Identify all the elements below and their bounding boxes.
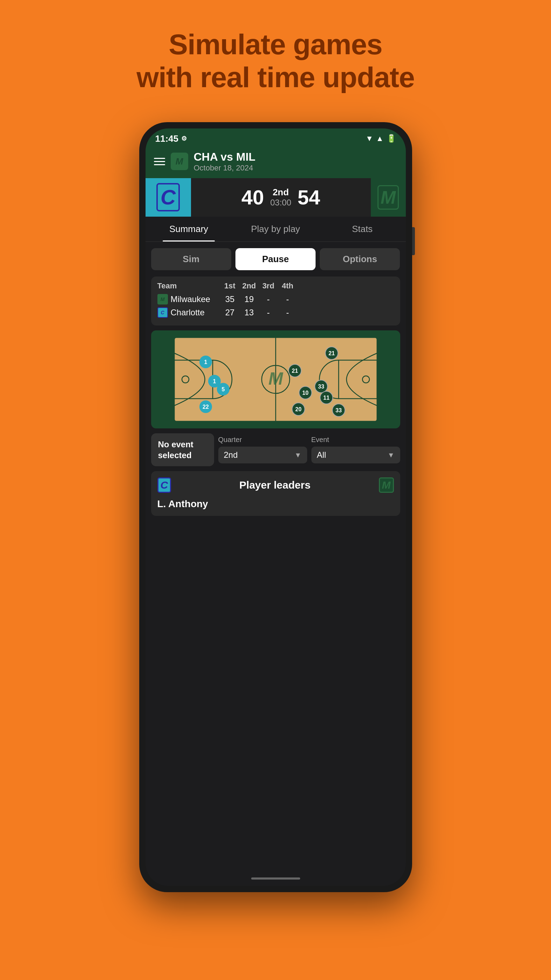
no-event-box: No event selected	[151, 433, 214, 466]
match-date: October 18, 2024	[194, 164, 256, 173]
score-time: 03:00	[270, 198, 291, 208]
phone-screen: 11:45 ⚙ ▼ ▲ 🔋 M CHA vs MIL October 18, 2…	[146, 129, 406, 886]
no-event-text: No event selected	[158, 439, 207, 461]
status-bar: 11:45 ⚙ ▼ ▲ 🔋	[146, 129, 406, 147]
controls-row: Sim Pause Options	[146, 242, 406, 277]
sim-button[interactable]: Sim	[151, 248, 231, 270]
team-b-letter: M	[378, 185, 399, 210]
match-info: CHA vs MIL October 18, 2024	[194, 151, 256, 173]
header-team-logo: M	[171, 153, 188, 170]
score-middle: 40 2nd 03:00 54	[191, 178, 371, 216]
tab-play-by-play[interactable]: Play by play	[232, 216, 319, 242]
event-filter: Event All ▼	[311, 436, 400, 463]
tab-stats[interactable]: Stats	[319, 216, 406, 242]
options-button[interactable]: Options	[320, 248, 400, 270]
quarter-label: Quarter	[218, 436, 307, 444]
home-indicator	[146, 874, 406, 886]
svg-text:10: 10	[302, 390, 308, 396]
team-b-score: 54	[298, 186, 321, 209]
team-a-score: 40	[241, 186, 264, 209]
score-center: 2nd 03:00	[270, 187, 291, 208]
tab-summary[interactable]: Summary	[146, 216, 232, 242]
table-row: M Milwaukee 35 19 - -	[157, 294, 394, 304]
table-row: C Charlotte 27 13 - -	[157, 307, 394, 318]
player-leaders: C Player leaders M L. Anthony	[151, 471, 400, 516]
app-header: M CHA vs MIL October 18, 2024	[146, 147, 406, 178]
cha-logo: C	[157, 307, 168, 318]
status-icons: ▼ ▲ 🔋	[365, 134, 396, 143]
leaders-header: C Player leaders M	[157, 477, 394, 493]
pause-button[interactable]: Pause	[235, 248, 316, 270]
score-table-header: Team 1st 2nd 3rd 4th	[157, 282, 394, 291]
team-a-letter: C	[156, 183, 180, 212]
event-selector: No event selected Quarter 2nd ▼ Event Al…	[146, 433, 406, 471]
svg-text:11: 11	[323, 395, 330, 401]
svg-text:5: 5	[221, 387, 225, 392]
svg-text:33: 33	[335, 407, 342, 414]
battery-icon: 🔋	[387, 134, 396, 143]
score-table: Team 1st 2nd 3rd 4th M Milwaukee 35 19 -…	[151, 277, 400, 326]
svg-text:22: 22	[203, 404, 209, 410]
svg-text:33: 33	[318, 383, 324, 390]
event-arrow: ▼	[387, 451, 395, 459]
mil-logo: M	[157, 294, 168, 304]
gear-icon: ⚙	[181, 135, 187, 142]
leaders-cha-logo: C	[157, 477, 171, 493]
svg-text:21: 21	[329, 350, 335, 356]
quarter-select[interactable]: 2nd ▼	[218, 447, 307, 463]
leaders-mil-logo: M	[379, 477, 394, 493]
svg-text:20: 20	[295, 406, 302, 412]
wifi-icon: ▼	[365, 134, 373, 143]
tabs-bar: Summary Play by play Stats	[146, 216, 406, 242]
score-quarter: 2nd	[270, 187, 291, 198]
svg-text:21: 21	[292, 368, 298, 374]
signal-icon: ▲	[376, 134, 384, 143]
event-label: Event	[311, 436, 400, 444]
status-time: 11:45 ⚙	[155, 134, 187, 144]
menu-button[interactable]	[154, 158, 165, 165]
svg-text:1: 1	[204, 359, 207, 365]
match-title: CHA vs MIL	[194, 151, 256, 164]
score-area: C 40 2nd 03:00 54 M	[146, 178, 406, 216]
event-select[interactable]: All ▼	[311, 447, 400, 463]
player-name: L. Anthony	[157, 498, 394, 510]
svg-text:M: M	[268, 369, 283, 388]
leaders-title: Player leaders	[171, 479, 378, 491]
team-a-logo: C	[146, 178, 191, 216]
quarter-filter: Quarter 2nd ▼	[218, 436, 307, 463]
quarter-arrow: ▼	[295, 451, 302, 459]
team-b-logo: M	[371, 178, 406, 216]
svg-text:1: 1	[213, 379, 216, 384]
page-title: Simulate games with real time update	[137, 28, 414, 94]
home-bar	[251, 877, 300, 880]
phone-mockup: 11:45 ⚙ ▼ ▲ 🔋 M CHA vs MIL October 18, 2…	[139, 122, 412, 892]
basketball-court: M 1 1 5 22 21 21	[151, 330, 400, 428]
